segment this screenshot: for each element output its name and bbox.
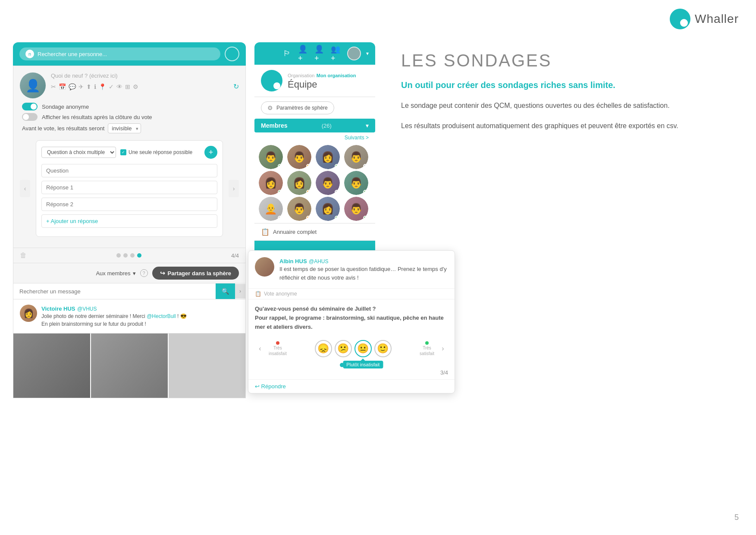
member-avatar-2[interactable]: 👨 — [287, 145, 311, 169]
trash-icon[interactable]: 🗑 — [20, 252, 27, 259]
section-body-2: Les résultats produisent automatiquement… — [401, 120, 726, 132]
refresh-icon[interactable]: ↻ — [233, 82, 239, 91]
dot-4[interactable] — [137, 253, 141, 258]
composer-placeholder[interactable]: Quoi de neuf ? (écrivez ici) — [51, 72, 239, 79]
member-avatar-9[interactable]: 🧑‍🦲 — [259, 197, 283, 221]
invisible-select[interactable]: invisible visible — [108, 123, 141, 133]
member-avatar-4[interactable]: 👨 — [344, 145, 368, 169]
emoji-very-sad[interactable]: 😞 — [315, 340, 332, 357]
single-answer-checkbox[interactable]: ✓ — [120, 149, 126, 155]
page-number: 5 — [734, 513, 739, 522]
tooltip-label: Plutôt insatisfait — [343, 361, 383, 368]
feed-avatar: 👩 — [20, 305, 37, 322]
search-arrow-btn[interactable]: › — [235, 284, 245, 299]
search-btn[interactable]: 🔍 — [216, 283, 235, 299]
member-avatar-12[interactable]: 👨 — [344, 197, 368, 221]
question-input[interactable] — [41, 164, 217, 177]
question-builder-outer: ‹ Question à choix multiple Question ouv… — [20, 136, 239, 241]
logo-area: Whaller — [670, 9, 739, 29]
results-toggle[interactable] — [22, 113, 38, 121]
icon-eye[interactable]: 👁 — [116, 83, 122, 90]
next-question-arrow[interactable]: › — [229, 180, 239, 197]
icon-upload[interactable]: ⬆ — [86, 83, 91, 90]
feed-image-2 — [91, 334, 168, 398]
icon-info[interactable]: ℹ — [94, 83, 96, 90]
sphere-info: Organisation Mon organisation Équipe — [288, 71, 356, 90]
feed-images — [13, 334, 246, 398]
share-btn[interactable]: ↪ Partager dans la sphère — [152, 267, 239, 280]
feed-mention[interactable]: @HectorBull — [147, 313, 176, 319]
invisible-label: Avant le vote, les résultats seront — [22, 125, 104, 132]
add-question-btn[interactable]: + — [204, 146, 217, 159]
add-group-icon[interactable]: 👥+ — [331, 48, 342, 59]
dot-1[interactable] — [116, 253, 121, 258]
dot-3[interactable] — [130, 253, 135, 258]
scale-right-label: Très satisfait — [420, 341, 434, 356]
composer-icons: ✂ 📅 💬 ✈ ⬆ ℹ 📍 ✓ 👁 ⊞ ⚙ ↻ — [51, 82, 239, 91]
icon-location[interactable]: 📍 — [99, 83, 106, 90]
overlay-text: Il est temps de se poser la question fat… — [279, 265, 448, 282]
member-avatar-3[interactable]: 👩 — [316, 145, 340, 169]
share-bar: Aux membres ▾ ? ↪ Partager dans la sphèr… — [13, 263, 246, 283]
icon-check[interactable]: ✓ — [109, 83, 114, 90]
scale-left-text: Très — [273, 346, 282, 350]
members-title: Membres — [261, 122, 287, 129]
member-avatar-7[interactable]: 👨 — [316, 171, 340, 195]
suivants-link[interactable]: Suivants > — [254, 132, 375, 143]
message-search-input[interactable] — [13, 284, 216, 299]
avatar-image: 👤 — [20, 72, 46, 98]
scale-prev-btn[interactable]: ‹ — [255, 343, 265, 354]
share-icon: ↪ — [160, 270, 165, 277]
emoji-sad[interactable]: 😕 — [335, 340, 352, 357]
icon-paper[interactable]: ✈ — [78, 83, 84, 90]
status-dot-3 — [335, 164, 339, 168]
member-avatar-1[interactable]: 👨 — [259, 145, 283, 169]
member-avatar-11[interactable]: 👩 — [316, 197, 340, 221]
scale-next-btn[interactable]: › — [438, 343, 448, 354]
icon-grid[interactable]: ⊞ — [125, 83, 130, 90]
question-type-select[interactable]: Question à choix multiple Question ouver… — [41, 147, 116, 158]
icon-chat[interactable]: 💬 — [69, 83, 76, 90]
icon-settings[interactable]: ⚙ — [133, 83, 138, 90]
member-avatar-8[interactable]: 👨 — [344, 171, 368, 195]
members-label: Aux membres — [96, 270, 130, 277]
user-sphere-avatar[interactable] — [347, 47, 361, 60]
members-chevron-icon[interactable]: ▾ — [366, 122, 369, 129]
section-title: LES SONDAGES — [401, 51, 726, 70]
avatar-dropdown-arrow[interactable]: ▾ — [366, 50, 369, 57]
emoji-happy[interactable]: 🙂 — [374, 340, 392, 357]
user-avatar: 👤 — [20, 72, 46, 98]
dot-2[interactable] — [123, 253, 128, 258]
params-btn[interactable]: ⚙ Paramètres de sphère — [261, 101, 334, 114]
member-avatar-5[interactable]: 👩 — [259, 171, 283, 195]
sphere-header: Organisation Mon organisation Équipe — [254, 65, 375, 97]
page-dots — [116, 253, 141, 258]
anonymous-toggle-row: Sondage anonyme — [20, 103, 239, 110]
overlay-content: Albin HUS @AHUS Il est temps de se poser… — [279, 257, 448, 282]
answer2-input[interactable] — [41, 198, 217, 211]
add-answer-btn[interactable]: + Ajouter un réponse — [41, 214, 217, 228]
invisible-select-wrapper[interactable]: invisible visible — [108, 123, 141, 133]
annuaire-link[interactable]: 📋 Annuaire complet — [254, 223, 375, 241]
params-label: Paramètres de sphère — [276, 105, 328, 111]
annuaire-label: Annuaire complet — [273, 229, 317, 235]
emoji-neutral[interactable]: 😐 Plutôt insatisfait — [354, 340, 372, 357]
scale-right-text2: satisfait — [420, 351, 434, 356]
icon-calendar[interactable]: 📅 — [59, 83, 66, 90]
status-dot-10 — [306, 216, 311, 220]
icon-scissors[interactable]: ✂ — [51, 83, 56, 90]
anonymous-toggle[interactable] — [22, 103, 38, 110]
add-member-icon[interactable]: 👤+ — [298, 48, 309, 59]
scale-left-text2: insatisfait — [269, 351, 287, 356]
page-count: 4/4 — [231, 252, 239, 259]
help-icon[interactable]: ? — [140, 269, 148, 277]
members-dropdown[interactable]: Aux membres ▾ — [96, 270, 135, 277]
flag-icon[interactable]: 🏳 — [282, 48, 293, 59]
add-member2-icon[interactable]: 👤+ — [314, 48, 326, 59]
member-avatar-6[interactable]: 👩 — [287, 171, 311, 195]
prev-question-arrow[interactable]: ‹ — [20, 180, 30, 197]
reply-link[interactable]: ↩ Répondre — [248, 379, 455, 393]
answer1-input[interactable] — [41, 181, 217, 194]
member-avatar-10[interactable]: 👨 — [287, 197, 311, 221]
search-bar[interactable]: n Rechercher une personne... — [19, 47, 220, 60]
